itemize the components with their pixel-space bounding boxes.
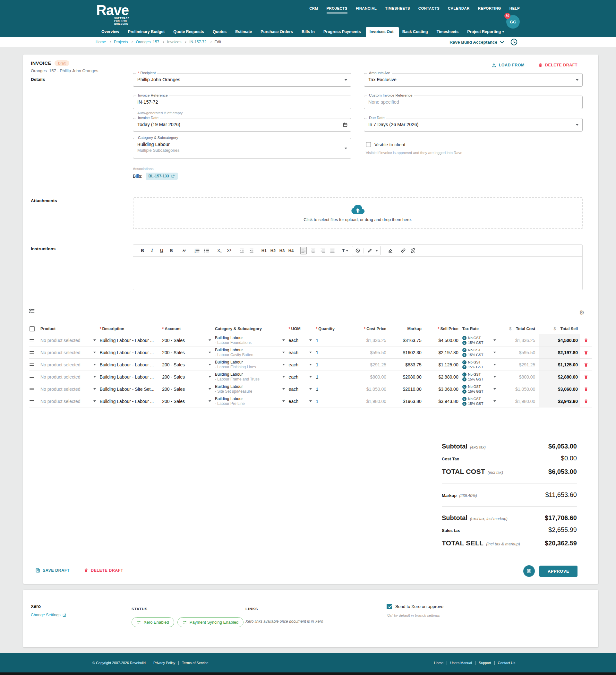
account-select[interactable]: 200 - Sales <box>160 387 213 392</box>
delete-row-button[interactable] <box>580 399 592 404</box>
delete-row-button[interactable] <box>580 362 592 367</box>
footer-link[interactable]: Terms of Service <box>178 661 212 665</box>
delete-row-button[interactable] <box>580 350 592 355</box>
quantity-field[interactable]: 1 <box>314 338 349 343</box>
send-to-xero-checkbox[interactable]: Send to Xero on approve <box>387 604 443 609</box>
category-select[interactable]: Building Labour- Labour Finishing Lines <box>213 360 287 369</box>
strikethrough-button[interactable]: S <box>168 247 174 254</box>
breadcrumb-link[interactable]: Home <box>96 40 106 44</box>
align-left-button[interactable] <box>300 247 307 254</box>
category-select[interactable]: Category & Subcategory Building Labour M… <box>133 138 351 158</box>
markup-field[interactable]: $3163.75 <box>388 338 424 343</box>
tax-rate-select[interactable]: CNo GST S15% GST <box>460 348 498 357</box>
breadcrumb-link[interactable]: Invoices <box>167 40 181 44</box>
markup-field[interactable]: $1963.80 <box>388 399 424 404</box>
main-nav-item[interactable]: REPORTING <box>478 6 501 13</box>
drag-handle-icon[interactable] <box>29 376 34 378</box>
sell-price-field[interactable]: $2,880.00 <box>424 374 460 380</box>
quick-save-button[interactable] <box>523 565 535 577</box>
uom-select[interactable]: each <box>287 338 314 343</box>
drag-handle-icon[interactable] <box>29 339 34 341</box>
clear-format-eraser-button[interactable] <box>387 247 394 254</box>
align-justify-button[interactable] <box>329 247 335 254</box>
tax-rate-select[interactable]: CNo GST S15% GST <box>460 360 498 369</box>
main-nav-item[interactable]: CONTACTS <box>418 6 440 13</box>
footer-link[interactable]: Support <box>475 661 494 665</box>
save-draft-button[interactable]: SAVE DRAFT <box>35 568 70 573</box>
quantity-field[interactable]: 1 <box>314 399 349 404</box>
category-select[interactable]: Building Labour- Labour Frame and Truss <box>213 372 287 381</box>
align-right-button[interactable] <box>319 247 326 254</box>
description-field[interactable]: Building Labour - Labour ... <box>98 362 160 367</box>
main-nav-item[interactable]: PROJECTS <box>327 6 348 13</box>
project-tab[interactable]: Back Costing <box>399 27 433 37</box>
main-nav-item[interactable]: CRM <box>309 6 318 13</box>
h3-button[interactable]: H3 <box>279 247 285 254</box>
project-tab[interactable]: Quotes <box>209 27 232 37</box>
category-select[interactable]: Building Labour- Labour Cavity Batten <box>213 348 287 357</box>
bullet-list-button[interactable] <box>204 247 210 254</box>
invoice-reference-input[interactable]: Invoice Reference IN-157-72 <box>133 96 351 109</box>
sell-price-field[interactable]: $3,943.80 <box>424 399 460 404</box>
uom-select[interactable]: each <box>287 399 314 404</box>
ordered-list-button[interactable]: 123 <box>194 247 200 254</box>
user-avatar[interactable]: GG 30 <box>506 15 520 28</box>
align-center-button[interactable] <box>310 247 316 254</box>
footer-link[interactable]: Home <box>431 661 447 665</box>
project-tab[interactable]: Purchase Orders <box>257 27 298 37</box>
category-select[interactable]: Building Labour- Labour Pre Line <box>213 396 287 406</box>
tax-rate-select[interactable]: CNo GST S15% GST <box>460 385 498 394</box>
markup-field[interactable]: $2080.00 <box>388 374 424 380</box>
quantity-field[interactable]: 1 <box>314 387 349 392</box>
main-nav-item[interactable]: FINANCIAL <box>356 6 377 13</box>
amounts-are-select[interactable]: Amounts Are Tax Exclusive <box>364 73 583 87</box>
account-select[interactable]: 200 - Sales <box>160 374 213 380</box>
project-tab[interactable]: Invoices Out <box>366 27 399 37</box>
table-settings-gear-icon[interactable]: ⚙ <box>579 309 585 316</box>
drag-handle-icon[interactable] <box>29 364 34 366</box>
description-field[interactable]: Building Labour - Labour ... <box>98 350 160 355</box>
delete-draft-button-bottom[interactable]: DELETE DRAFT <box>84 568 123 573</box>
delete-row-button[interactable] <box>580 338 592 343</box>
load-from-button[interactable]: LOAD FROM <box>491 62 525 68</box>
custom-reference-input[interactable]: Custom Invoice Reference None specified <box>364 96 583 109</box>
quantity-field[interactable]: 1 <box>314 362 349 367</box>
project-tab[interactable]: Progress Payments <box>320 27 366 37</box>
approve-button[interactable]: APPROVE <box>539 566 578 577</box>
description-field[interactable]: Building Labour - Labour ... <box>98 399 160 404</box>
category-select[interactable]: Building Labour- Site Set up/Measure <box>213 384 287 394</box>
underline-button[interactable]: U <box>158 247 165 254</box>
breadcrumb-link[interactable]: Projects <box>114 40 128 44</box>
uom-select[interactable]: each <box>287 374 314 380</box>
bold-button[interactable]: B <box>139 247 146 254</box>
cost-price-field[interactable]: $800.00 <box>349 374 388 380</box>
cost-price-field[interactable]: $1,980.00 <box>349 399 388 404</box>
instructions-textarea[interactable] <box>133 257 582 290</box>
sell-price-field[interactable]: $2,197.80 <box>424 350 460 355</box>
invoice-date-input[interactable]: Invoice Date Today (19 Mar 2026) <box>133 118 351 132</box>
highlight-pen-button[interactable] <box>366 247 373 254</box>
footer-link[interactable]: Contact Us <box>494 661 519 665</box>
tax-rate-select[interactable]: CNo GST S15% GST <box>460 336 498 345</box>
bill-link-chip[interactable]: BL-157-133 <box>146 172 178 180</box>
project-tab[interactable]: Preliminary Budget <box>125 27 170 37</box>
blockquote-button[interactable]: ” <box>181 247 187 254</box>
link-button[interactable] <box>400 247 406 254</box>
rave-logo[interactable]: Rave SOFTWARE FOR KIWI BUILDERS <box>96 3 134 25</box>
drag-handle-icon[interactable] <box>29 388 34 390</box>
category-select[interactable]: Building Labour- Labour Foundations <box>213 335 287 345</box>
project-tab[interactable]: Quote Requests <box>170 27 209 37</box>
product-select[interactable]: No product selected <box>38 399 98 404</box>
superscript-button[interactable]: X¹ <box>226 247 232 254</box>
breadcrumb-link[interactable]: Oranges_157 <box>136 40 159 44</box>
no-color-button[interactable] <box>355 247 361 254</box>
markup-field[interactable]: $1602.30 <box>388 350 424 355</box>
account-select[interactable]: 200 - Sales <box>160 399 213 404</box>
main-nav-item[interactable]: HELP <box>510 6 520 13</box>
product-select[interactable]: No product selected <box>38 338 98 343</box>
italic-button[interactable]: I <box>149 247 155 254</box>
history-clock-icon[interactable] <box>510 38 518 46</box>
drag-handle-icon[interactable] <box>29 400 34 402</box>
project-tab[interactable]: Project Reporting▾ <box>464 27 507 37</box>
file-dropzone[interactable]: Click to select files for upload, or dra… <box>133 197 583 229</box>
